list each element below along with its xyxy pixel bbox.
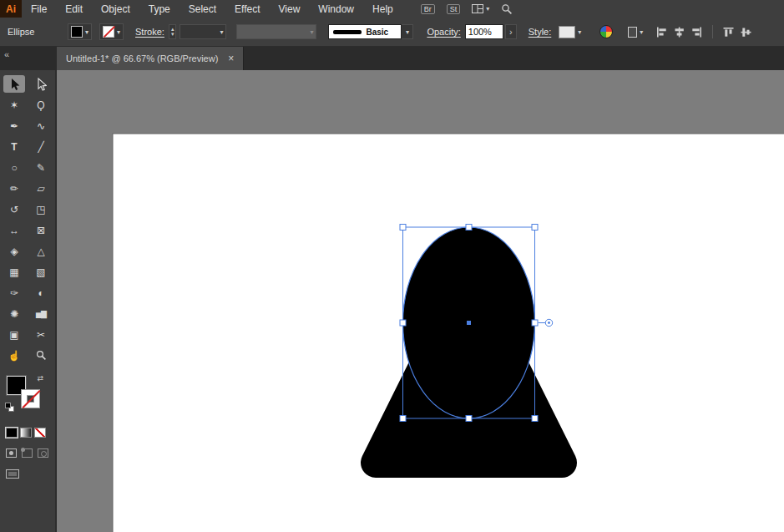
selection-handle[interactable] (466, 416, 472, 422)
free-transform-tool[interactable]: ⊠ (30, 221, 52, 239)
arrange-documents-button[interactable]: ▾ (472, 4, 489, 13)
align-horizontal-center-button[interactable] (674, 27, 685, 38)
draw-inside-button[interactable] (38, 448, 48, 458)
document-tab-title: Untitled-1* @ 66.67% (RGB/Preview) (66, 53, 218, 63)
menu-type[interactable]: Type (139, 0, 180, 18)
opacity-options-button[interactable]: › (505, 24, 517, 39)
menu-edit[interactable]: Edit (56, 0, 92, 18)
none-button[interactable] (34, 428, 46, 438)
selection-handle[interactable] (400, 416, 406, 422)
chevron-down-icon: ▾ (406, 28, 409, 36)
recolor-artwork-button[interactable] (599, 25, 613, 38)
type-tool[interactable]: T (3, 138, 25, 155)
selection-handle[interactable] (400, 225, 406, 231)
lasso-tool[interactable]: Ϙ (30, 96, 52, 114)
canvas-svg[interactable] (57, 70, 784, 532)
color-button[interactable] (6, 428, 18, 438)
column-graph-tool[interactable]: ▅▇ (30, 305, 52, 322)
stroke-weight-dropdown[interactable]: ▾ (180, 24, 226, 39)
illustrator-window: Ai File Edit Object Type Select Effect V… (0, 0, 784, 532)
perspective-grid-tool[interactable]: △ (30, 242, 52, 260)
align-top-button[interactable] (723, 27, 734, 38)
chevron-down-icon: ▾ (220, 28, 223, 36)
stroke-color-swatch[interactable] (21, 389, 40, 408)
chevron-down-icon: ▾ (85, 28, 89, 36)
color-mode-buttons (0, 428, 55, 438)
mesh-tool[interactable]: ▦ (3, 263, 25, 281)
width-tool[interactable]: ↔ (3, 221, 25, 239)
tab-bar: « Untitled-1* @ 66.67% (RGB/Preview) × (0, 47, 784, 70)
artboard-tool[interactable]: ▣ (3, 326, 25, 343)
search-icon[interactable] (501, 3, 513, 15)
blend-tool[interactable]: ◐ (30, 284, 52, 301)
shaper-tool[interactable]: ✏ (3, 180, 25, 197)
align-right-button[interactable] (691, 27, 702, 38)
stroke-label[interactable]: Stroke: (135, 27, 164, 37)
selection-handle[interactable] (532, 416, 538, 422)
menu-select[interactable]: Select (180, 0, 225, 18)
hand-tool[interactable]: ☝ (3, 347, 25, 364)
scale-tool[interactable]: ◳ (30, 200, 52, 218)
slice-tool[interactable]: ✂ (30, 326, 52, 343)
selection-tool[interactable] (3, 75, 25, 93)
close-tab-icon[interactable]: × (228, 53, 234, 64)
stroke-weight-stepper[interactable]: ▴ ▾ (169, 24, 177, 39)
document-tab[interactable]: Untitled-1* @ 66.67% (RGB/Preview) × (57, 47, 244, 70)
default-fill-stroke-icon[interactable] (5, 403, 15, 413)
eyedropper-tool[interactable]: ✑ (3, 284, 25, 301)
selection-arrow-icon (9, 78, 20, 91)
style-label[interactable]: Style: (529, 27, 552, 37)
rotate-tool[interactable]: ↺ (3, 200, 25, 218)
style-swatch-icon (559, 26, 575, 38)
gradient-tool[interactable]: ▧ (30, 263, 52, 281)
opacity-label[interactable]: Opacity: (427, 27, 460, 37)
symbol-sprayer-tool[interactable]: ✺ (3, 305, 25, 322)
gradient-button[interactable] (20, 428, 32, 438)
menu-help[interactable]: Help (363, 0, 402, 18)
draw-behind-button[interactable] (22, 448, 33, 458)
selection-handle[interactable] (532, 225, 538, 231)
stock-button[interactable]: St (447, 4, 461, 14)
selection-handle[interactable] (400, 320, 406, 326)
menu-window[interactable]: Window (309, 0, 363, 18)
arrange-documents-icon (472, 4, 483, 13)
align-buttons (656, 25, 751, 38)
pen-tool[interactable]: ✒ (3, 117, 25, 134)
opacity-input[interactable] (465, 24, 503, 39)
collapse-tools-button[interactable]: « (4, 49, 9, 59)
align-left-button[interactable] (656, 27, 667, 38)
zoom-tool[interactable] (30, 347, 52, 364)
fill-color-dropdown[interactable]: ▾ (68, 23, 92, 40)
magic-wand-tool[interactable]: ✶ (3, 96, 25, 114)
chevron-down-icon: ▾ (310, 28, 313, 36)
menu-file[interactable]: File (22, 0, 56, 18)
eraser-tool[interactable]: ▱ (30, 180, 52, 197)
direct-selection-tool[interactable] (30, 75, 52, 93)
line-segment-tool[interactable]: ╱ (30, 138, 52, 155)
menu-object[interactable]: Object (92, 0, 139, 18)
stroke-color-dropdown[interactable]: ▾ (99, 23, 124, 40)
paintbrush-tool[interactable]: ✎ (30, 159, 52, 176)
change-screen-mode-button[interactable] (6, 469, 19, 479)
tools-panel: ✶ Ϙ ✒ ∿ T ╱ ○ ✎ ✏ ▱ ↺ ◳ (0, 70, 56, 532)
menu-effect[interactable]: Effect (225, 0, 269, 18)
swap-fill-stroke-icon[interactable]: ⇄ (37, 374, 43, 383)
control-bar: Ellipse ▾ ▾ Stroke: ▴ ▾ ▾ ▾ Basic ▾ (0, 18, 784, 47)
brush-definition-dropdown[interactable]: Basic (328, 24, 402, 39)
curvature-tool[interactable]: ∿ (30, 117, 52, 134)
center-point[interactable] (467, 321, 471, 325)
bridge-button[interactable]: Br (421, 4, 435, 14)
magnifier-icon (36, 350, 47, 361)
align-vertical-center-button[interactable] (741, 27, 751, 38)
menu-view[interactable]: View (270, 0, 310, 18)
document-icon (628, 27, 637, 38)
pasteboard[interactable] (57, 70, 784, 532)
draw-normal-button[interactable] (6, 448, 17, 458)
ellipse-tool[interactable]: ○ (3, 159, 25, 176)
document-setup-button[interactable]: ▾ (628, 27, 643, 38)
shape-builder-tool[interactable]: ◈ (3, 242, 25, 260)
selection-handle[interactable] (466, 225, 472, 231)
selection-handle[interactable] (532, 320, 538, 326)
brush-definition-chevron-button[interactable]: ▾ (402, 24, 413, 39)
style-dropdown[interactable]: ▾ (559, 26, 581, 38)
